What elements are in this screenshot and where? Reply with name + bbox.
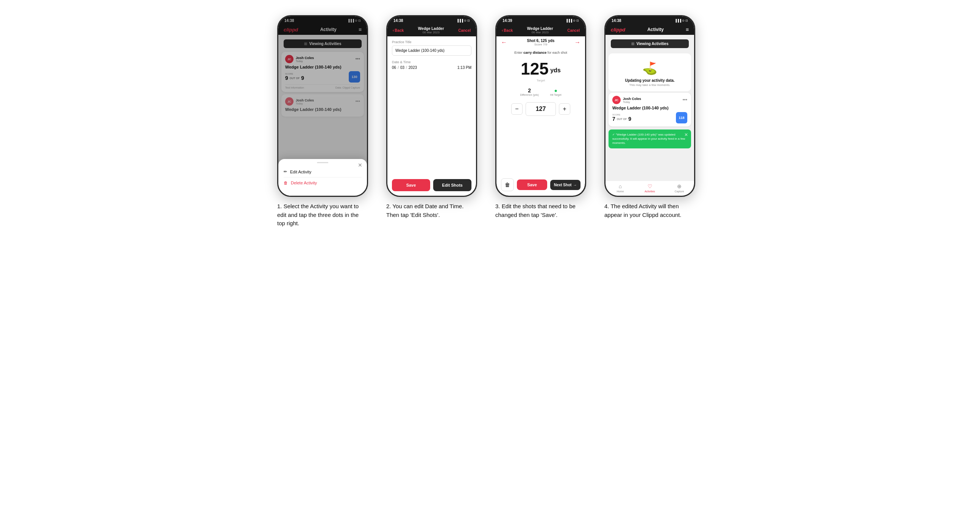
phone-2: 14:38 ▐▐▐ ⊙ ⊡ ‹ Back Wedge Ladder 06 Mar… [386,15,477,197]
tab-activities[interactable]: ♡ Activities [635,183,665,193]
shot-nav: ← Shot 6, 125 yds Score 7/9 → [496,37,585,48]
sheet-handle [317,162,328,163]
shot-spacer [496,120,585,176]
notch-3 [526,16,556,25]
date-sep-2: / [406,65,407,70]
card-4-header: JC Josh Coles Today ••• [612,96,687,104]
bottom-sheet: ✕ ✏ Edit Activity 🗑 Delete Activity [278,159,367,196]
practice-title-label: Practice Title [392,40,471,44]
delete-shot-button[interactable]: 🗑 [501,178,514,191]
save-shot-button[interactable]: Save [517,179,547,190]
save-button[interactable]: Save [392,179,430,191]
phone-1-col: 14:38 ▐▐▐ ⊙ ⊡ clippd Activity ≡ ⊞ Viewin… [277,15,375,228]
phone-2-inner: 14:38 ▐▐▐ ⊙ ⊡ ‹ Back Wedge Ladder 06 Mar… [387,16,476,196]
distance-unit: yds [550,67,561,73]
loading-block: ⛳ Updating your activity data. This may … [609,53,691,91]
phone-4-inner: 14:38 ▐▐▐ ⊙ ⊡ clippd Activity ≡ ⊞ Viewin… [606,16,694,196]
phone-3-inner: 14:39 ▐▐▐ ⊙ ⊡ ‹ Back Wedge Ladder 06 Mar… [496,16,585,196]
next-shot-label: Next Shot [554,183,572,187]
distance-value: 125 [521,59,548,78]
practice-title-input[interactable]: Wedge Ladder (100-140 yds) [392,45,471,56]
nav-back-3[interactable]: ‹ Back [502,29,513,33]
shot-title: Shot 6, 125 yds [527,39,555,43]
sheet-close-icon[interactable]: ✕ [358,162,363,168]
out-of-label-4: OUT OF [617,118,627,121]
delete-icon: 🗑 [284,181,288,185]
tab-home[interactable]: ⌂ Home [606,183,635,193]
prev-shot-icon[interactable]: ← [501,39,507,46]
activity-card-4[interactable]: JC Josh Coles Today ••• Wedge Ladder (10… [609,93,691,127]
header-icon-4: ⊞ [631,42,634,46]
status-icons-3: ▐▐▐ ⊙ ⊡ [566,19,579,22]
status-icons-2: ▐▐▐ ⊙ ⊡ [457,19,470,22]
status-time-4: 14:38 [612,19,621,23]
status-icons-4: ▐▐▐ ⊙ ⊡ [675,19,688,22]
card-4-dots[interactable]: ••• [682,97,687,103]
edit-shots-button[interactable]: Edit Shots [433,179,471,191]
card-4-user-date: Today [623,101,641,103]
tab-home-label: Home [617,190,624,193]
next-arrow-icon: → [573,183,577,187]
nav-center-sub-2: 06 Mar 2023 [404,31,458,34]
form-spacer [392,73,471,172]
date-day[interactable]: 06 [392,65,396,70]
date-time-label: Date & Time [392,60,471,64]
card-4-user: JC Josh Coles Today [612,96,641,104]
edit-label: Edit Activity [290,170,311,174]
date-month[interactable]: 03 [400,65,404,70]
toast-check-icon: ✓ [612,133,616,136]
minus-button[interactable]: − [511,103,523,115]
score-val-4: 7 [612,116,615,122]
diff-label: Difference (yds) [520,94,538,96]
shot-distance: 125 yds [496,57,585,79]
target-label: Target [496,79,585,82]
tab-capture[interactable]: ⊕ Capture [665,183,694,193]
nav-cancel-2[interactable]: Cancel [458,29,471,33]
edit-form: Practice Title Wedge Ladder (100-140 yds… [387,37,476,176]
sheet-edit-item[interactable]: ✏ Edit Activity [284,166,362,177]
phone-4-col: 14:38 ▐▐▐ ⊙ ⊡ clippd Activity ≡ ⊞ Viewin… [605,15,703,219]
card-4-title: Wedge Ladder (100-140 yds) [612,106,687,110]
date-year[interactable]: 2023 [409,65,417,70]
card-4-wrapper: JC Josh Coles Today ••• Wedge Ladder (10… [606,91,694,128]
carry-bold: carry distance [523,51,546,54]
loading-sub: This may take a few moments. [629,83,670,87]
phone4-spacer [606,150,694,181]
nav-cancel-3[interactable]: Cancel [567,29,580,33]
status-time-2: 14:38 [393,19,403,23]
capture-icon: ⊕ [677,183,682,189]
form-buttons: Save Edit Shots [387,176,476,196]
shot-instruction: Enter carry distance for each shot [496,48,585,57]
next-shot-icon[interactable]: → [574,39,581,46]
activity-header-text-4: Viewing Activities [636,42,668,46]
nav-center-3: Wedge Ladder 06 Mar 2023 [513,27,567,34]
status-time-3: 14:39 [503,19,512,23]
plus-button[interactable]: + [559,103,570,115]
caption-3: 3. Edit the shots that need to be change… [495,202,586,219]
nav-bar-2: ‹ Back Wedge Ladder 06 Mar 2023 Cancel [387,24,476,37]
shot-input-value[interactable]: 127 [526,102,556,116]
caption-4: 4. The edited Activity will then appear … [605,202,695,219]
success-toast: ✓ "Wedge Ladder (100-140 yds)" was updat… [609,130,691,148]
nav-center-2: Wedge Ladder 06 Mar 2023 [404,27,458,34]
date-time-value[interactable]: 1:13 PM [457,65,471,70]
stat-score-4: Score 7 OUT OF 9 [612,114,631,122]
date-sep-1: / [398,65,399,70]
nav-menu-4[interactable]: ≡ [686,27,689,33]
sheet-delete-item[interactable]: 🗑 Delete Activity [284,178,362,188]
hit-target-label: Hit Target [550,94,562,96]
shot-input-row: − 127 + [496,98,585,120]
golf-icon: ⛳ [642,61,657,75]
stat-difference: 2 Difference (yds) [520,87,538,96]
stat-outof-4: 7 OUT OF 9 [612,116,631,122]
next-shot-button[interactable]: Next Shot → [550,180,581,190]
caption-2: 2. You can edit Date and Time. Then tap … [386,202,477,219]
toast-close-icon[interactable]: ✕ [684,132,688,138]
activities-icon: ♡ [648,183,652,189]
nav-center-title-2: Wedge Ladder [404,27,458,31]
caption-1: 1. Select the Activity you want to edit … [277,202,368,228]
tab-activities-label: Activities [644,190,655,193]
nav-back-2[interactable]: ‹ Back [393,29,404,33]
phones-row: 14:38 ▐▐▐ ⊙ ⊡ clippd Activity ≡ ⊞ Viewin… [277,15,703,228]
shot-title-block: Shot 6, 125 yds Score 7/9 [527,39,555,46]
